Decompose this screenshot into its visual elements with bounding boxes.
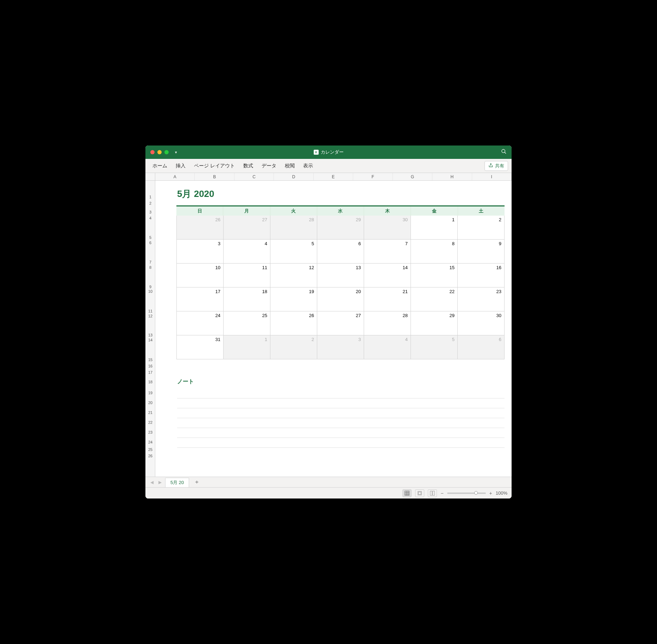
row-header[interactable]: 8	[145, 265, 155, 270]
calendar-cell[interactable]: 3	[317, 335, 364, 359]
row-header[interactable]: 19	[145, 391, 155, 395]
calendar-cell[interactable]: 9	[458, 240, 505, 264]
calendar-cell[interactable]: 28	[364, 311, 411, 335]
calendar-cell[interactable]: 26	[176, 216, 224, 240]
row-header[interactable]: 6	[145, 241, 155, 245]
column-header[interactable]: I	[472, 173, 512, 180]
column-header[interactable]: E	[314, 173, 353, 180]
row-header[interactable]: 18	[145, 380, 155, 384]
row-header[interactable]: 15	[145, 358, 155, 362]
calendar-cell[interactable]: 2	[270, 335, 317, 359]
row-header[interactable]: 13	[145, 333, 155, 337]
calendar-cell[interactable]: 28	[270, 216, 317, 240]
ribbon-tab[interactable]: ホーム	[149, 161, 171, 171]
note-line[interactable]	[177, 418, 505, 428]
calendar-cell[interactable]: 29	[411, 311, 458, 335]
ribbon-tab[interactable]: 挿入	[172, 161, 189, 171]
row-header[interactable]: 11	[145, 309, 155, 313]
calendar-cell[interactable]: 24	[176, 311, 224, 335]
calendar-cell[interactable]: 30	[458, 311, 505, 335]
sheet-area[interactable]: 1234567891011121314151617181920212223242…	[145, 181, 512, 477]
calendar-cell[interactable]: 23	[458, 287, 505, 311]
sheet-nav-next-icon[interactable]: ▶	[157, 480, 163, 485]
row-header[interactable]: 10	[145, 289, 155, 293]
ribbon-tab[interactable]: ページ レイアウト	[190, 161, 238, 171]
row-header[interactable]: 2	[145, 201, 155, 205]
zoom-level[interactable]: 100%	[496, 490, 507, 496]
row-header[interactable]: 1	[145, 195, 155, 199]
calendar-cell[interactable]: 31	[176, 335, 224, 359]
ribbon-tab[interactable]: 校閲	[281, 161, 298, 171]
column-header[interactable]: G	[393, 173, 432, 180]
customize-quickaccess-icon[interactable]: ▾	[175, 150, 177, 155]
calendar-cell[interactable]: 16	[458, 264, 505, 287]
calendar-cell[interactable]: 25	[224, 311, 270, 335]
column-header[interactable]: D	[274, 173, 313, 180]
note-line[interactable]	[177, 389, 505, 398]
calendar-cell[interactable]: 17	[176, 287, 224, 311]
calendar-cell[interactable]: 13	[317, 264, 364, 287]
row-header[interactable]: 5	[145, 235, 155, 240]
calendar-cell[interactable]: 5	[411, 335, 458, 359]
calendar-cell[interactable]: 8	[411, 240, 458, 264]
calendar-cell[interactable]: 18	[224, 287, 270, 311]
row-header[interactable]: 23	[145, 430, 155, 434]
ribbon-tab[interactable]: 表示	[300, 161, 317, 171]
view-normal-button[interactable]	[402, 489, 412, 497]
calendar-cell[interactable]: 29	[317, 216, 364, 240]
maximize-window-button[interactable]	[164, 150, 169, 154]
view-pagebreak-button[interactable]	[428, 489, 437, 497]
calendar-cell[interactable]: 11	[224, 264, 270, 287]
column-header[interactable]: C	[234, 173, 274, 180]
note-line[interactable]	[177, 438, 505, 448]
calendar-cell[interactable]: 12	[270, 264, 317, 287]
calendar-cell[interactable]: 3	[176, 240, 224, 264]
sheet-tab-active[interactable]: 5月 20	[165, 478, 189, 487]
select-all-corner[interactable]	[145, 173, 155, 180]
calendar-cell[interactable]: 27	[317, 311, 364, 335]
sheet-nav-prev-icon[interactable]: ◀	[149, 480, 155, 485]
calendar-cell[interactable]: 7	[364, 240, 411, 264]
calendar-cell[interactable]: 27	[224, 216, 270, 240]
calendar-cell[interactable]: 20	[317, 287, 364, 311]
calendar-cell[interactable]: 30	[364, 216, 411, 240]
column-header[interactable]: F	[353, 173, 393, 180]
zoom-slider[interactable]	[447, 493, 486, 494]
calendar-cell[interactable]: 22	[411, 287, 458, 311]
calendar-cell[interactable]: 14	[364, 264, 411, 287]
calendar-cell[interactable]: 4	[224, 240, 270, 264]
row-header[interactable]: 21	[145, 410, 155, 415]
note-line[interactable]	[177, 398, 505, 408]
calendar-cell[interactable]: 19	[270, 287, 317, 311]
row-header[interactable]: 12	[145, 314, 155, 318]
view-pagelayout-button[interactable]	[415, 489, 424, 497]
calendar-cell[interactable]: 2	[458, 216, 505, 240]
note-line[interactable]	[177, 428, 505, 438]
calendar-cell[interactable]: 5	[270, 240, 317, 264]
zoom-out-button[interactable]: −	[440, 490, 443, 496]
row-header[interactable]: 3	[145, 210, 155, 214]
calendar-cell[interactable]: 15	[411, 264, 458, 287]
column-header[interactable]: H	[432, 173, 472, 180]
share-button[interactable]: 共有	[484, 161, 508, 171]
row-header[interactable]: 14	[145, 338, 155, 342]
note-line[interactable]	[177, 408, 505, 418]
row-header[interactable]: 4	[145, 216, 155, 220]
calendar-cell[interactable]: 6	[317, 240, 364, 264]
calendar-cell[interactable]: 21	[364, 287, 411, 311]
row-header[interactable]: 22	[145, 420, 155, 425]
add-sheet-button[interactable]: ＋	[191, 478, 202, 486]
row-header[interactable]: 7	[145, 260, 155, 264]
calendar-cell[interactable]: 4	[364, 335, 411, 359]
column-header[interactable]: B	[195, 173, 234, 180]
calendar-cell[interactable]: 1	[224, 335, 270, 359]
calendar-cell[interactable]: 26	[270, 311, 317, 335]
row-header[interactable]: 9	[145, 285, 155, 289]
row-header[interactable]: 25	[145, 447, 155, 452]
calendar-cell[interactable]: 10	[176, 264, 224, 287]
zoom-in-button[interactable]: +	[489, 490, 492, 496]
row-header[interactable]: 26	[145, 454, 155, 458]
search-icon[interactable]	[501, 149, 507, 156]
row-header[interactable]: 20	[145, 401, 155, 405]
close-window-button[interactable]	[150, 150, 155, 154]
